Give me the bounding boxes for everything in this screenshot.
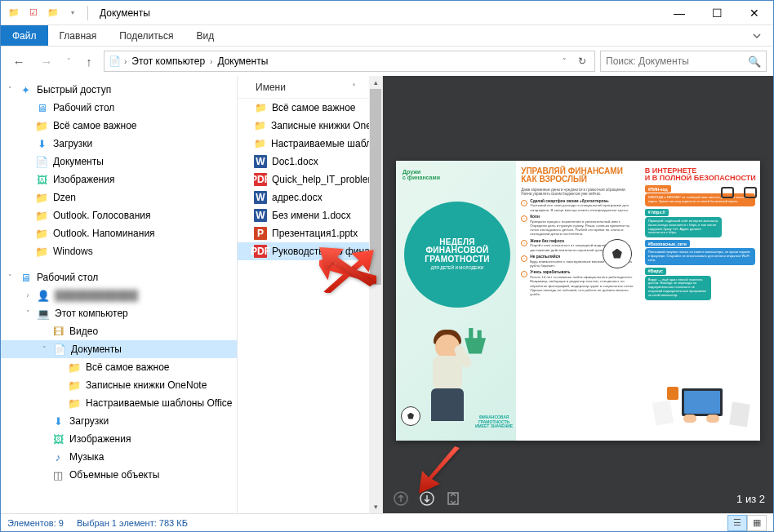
sidebar-item[interactable]: 📁Outlook. Голосования [1,206,237,224]
3d-objects-icon: ◫ [51,468,64,481]
qat-dropdown-icon[interactable]: ▾ [64,5,81,21]
music-icon: ♪ [51,450,64,463]
sidebar-item[interactable]: ⬇Загрузки [1,135,237,153]
sidebar-item[interactable]: 📁Всё самое важное [1,117,237,135]
sidebar-item[interactable]: 📁Записные книжки OneNote [1,376,237,394]
properties-icon[interactable]: ☑ [25,5,42,21]
navigation-pane[interactable]: ˅ ✦ Быстрый доступ 🖥Рабочий стол 📁Всё са… [1,76,238,513]
tab-file[interactable]: Файл [1,25,48,46]
folder-icon: 📁 [254,137,266,150]
details-view-button[interactable]: ☰ [727,515,747,531]
forward-button[interactable]: → [35,50,58,73]
window-controls: — ☐ ✕ [661,1,773,25]
this-pc-root[interactable]: ˅ 💻 Этот компьютер [1,304,237,322]
file-row[interactable]: 📁Всё самое важное [238,99,382,117]
search-box[interactable]: 🔍 [600,51,767,72]
breadcrumb-documents[interactable]: Документы [216,55,269,67]
doc-icon: 📄 [108,55,121,68]
file-row[interactable]: WБез имени 1.docx [238,206,382,224]
close-button[interactable]: ✕ [736,1,773,25]
folder-icon: 📁 [6,5,22,21]
quick-access-root[interactable]: ˅ ✦ Быстрый доступ [1,81,237,99]
expand-icon[interactable]: › [24,291,32,299]
refresh-button[interactable]: ↻ [573,52,591,70]
collapse-icon[interactable]: ˅ [6,273,14,282]
prev-page-button[interactable] [391,489,411,508]
sidebar-item-documents[interactable]: ˅📄Документы [1,340,237,358]
tab-home[interactable]: Главная [48,25,109,46]
sidebar-item-user[interactable]: › 👤 ████████████ [1,286,237,304]
chevron-right-icon[interactable]: › [208,57,214,66]
sidebar-item[interactable]: 📁Всё самое важное [1,358,237,376]
desktop-root[interactable]: ˅ 🖥 Рабочий стол [1,268,237,286]
sidebar-item[interactable]: ⬇Загрузки [1,412,237,430]
fit-page-button[interactable] [443,489,463,508]
sidebar-item[interactable]: ◫Объемные объекты [1,466,237,484]
sidebar-item[interactable]: 🎞Видео [1,322,237,340]
pdf-desk-illustration [649,380,755,436]
pictures-icon: 🖼 [35,173,48,186]
preview-page-area[interactable]: Дружи с финансами НЕДЕЛЯ ФИНАНСОВОЙ ГРАМ… [383,76,773,484]
folder-icon: 📁 [68,361,81,374]
address-bar[interactable]: 📄 › Этот компьютер › Документы ˅ ↻ [104,51,595,72]
breadcrumb-pc[interactable]: Этот компьютер [130,55,207,67]
chevron-right-icon[interactable]: › [122,57,128,66]
file-row[interactable]: 📁Записные книжки OneNote [238,117,382,135]
folder-icon: 📁 [35,191,48,204]
documents-icon: 📄 [53,343,66,356]
word-icon: W [254,209,267,222]
pdf-tagline: ФИНАНСОВАЯ ГРАМОТНОСТЬ ИМЕЕТ ЗНАЧЕНИЕ [475,415,513,429]
address-bar-row: ← → ˅ ↑ 📄 › Этот компьютер › Документы ˅… [1,47,773,76]
user-name-blurred: ████████████ [55,290,138,301]
sidebar-item[interactable]: 🖼Изображения [1,430,237,448]
sidebar-item[interactable]: 📁Outlook. Напоминания [1,224,237,242]
sidebar-item[interactable]: 📁Dzen [1,188,237,206]
minimize-button[interactable]: — [661,1,698,25]
pdf-icon: PDF [254,173,267,186]
sidebar-item[interactable]: ♪Музыка [1,448,237,466]
preview-pane: Дружи с финансами НЕДЕЛЯ ФИНАНСОВОЙ ГРАМ… [383,76,773,513]
desktop-icon: 🖥 [35,101,48,114]
back-button[interactable]: ← [7,50,30,73]
address-dropdown[interactable]: ˅ [555,52,573,70]
file-row[interactable]: PDFQuick_help_IT_problems.pdf [238,171,382,188]
maximize-button[interactable]: ☐ [698,1,736,25]
search-icon[interactable]: 🔍 [748,55,761,68]
downloads-icon: ⬇ [35,137,48,150]
scroll-down-button[interactable]: ▾ [369,500,382,513]
pdf-icon: PDF [254,245,267,258]
sidebar-item[interactable]: 🖼Изображения [1,171,237,188]
sort-indicator-icon: ˄ [352,82,356,91]
file-row[interactable]: PПрезентация1.pptx [238,224,382,242]
tab-view[interactable]: Вид [185,25,225,46]
ribbon-expand-button[interactable] [741,25,773,46]
scrollbar-vertical[interactable]: ▴ ▾ [369,76,382,513]
collapse-icon[interactable]: ˅ [24,309,32,317]
sidebar-item[interactable]: 🖥Рабочий стол [1,99,237,117]
collapse-icon[interactable]: ˅ [40,345,48,353]
sidebar-item[interactable]: 📁Настраиваемые шаблоны Office [1,394,237,412]
new-folder-icon[interactable]: 📁 [45,5,61,21]
file-row[interactable]: WDoc1.docx [238,153,382,171]
file-row-selected[interactable]: PDFРуководство по финансовой [238,242,382,260]
documents-icon: 📄 [35,155,48,168]
pc-icon: 💻 [37,307,50,320]
file-list-pane[interactable]: ▴ ▾ Имени ˄ 📁Всё самое важное 📁Записные … [238,76,383,513]
collapse-icon[interactable]: ˅ [6,86,14,94]
pdf-glasses-illustration [721,187,757,200]
recent-dropdown[interactable]: ˅ [63,50,74,73]
tab-share[interactable]: Поделиться [108,25,185,46]
icons-view-button[interactable]: ▦ [747,515,767,531]
column-header-name[interactable]: Имени ˄ [238,76,382,99]
file-row[interactable]: 📁Настраиваемые шаблоны [238,135,382,153]
scroll-up-button[interactable]: ▴ [369,76,382,89]
search-input[interactable] [606,55,748,67]
sidebar-item[interactable]: 📁Windows [1,242,237,260]
up-button[interactable]: ↑ [79,50,99,73]
next-page-button[interactable] [417,489,437,508]
folder-icon: 📁 [254,101,267,114]
file-row[interactable]: Wадрес.docx [238,188,382,206]
scroll-thumb[interactable] [370,89,381,285]
sidebar-item[interactable]: 📄Документы [1,153,237,171]
downloads-icon: ⬇ [51,415,64,428]
